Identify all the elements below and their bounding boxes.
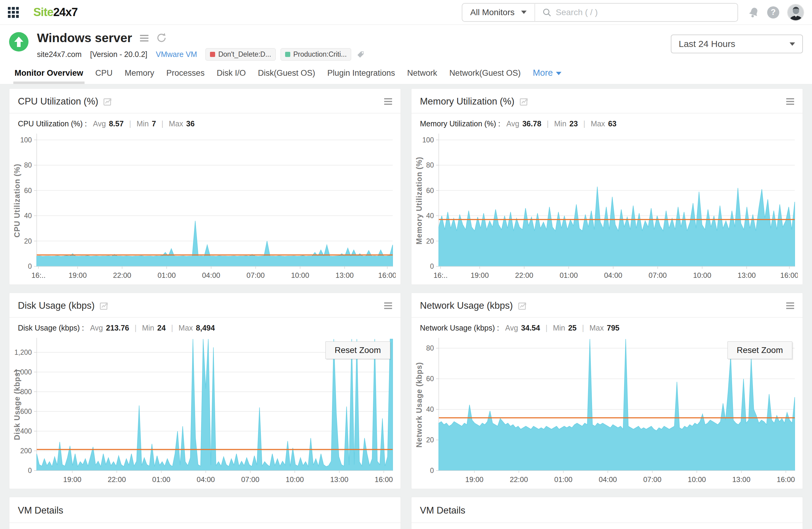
- tag-label: Don't_Delete:D...: [218, 50, 271, 58]
- svg-text:80: 80: [24, 161, 32, 169]
- monitor-menu-icon[interactable]: [140, 35, 148, 42]
- disk-min-value: 24: [157, 324, 166, 332]
- monitor-scope-label: All Monitors: [470, 8, 514, 17]
- memory-min-value: 23: [569, 119, 578, 128]
- network-usage-panel: Network Usage (kbps) Network Usage (kbps…: [411, 293, 803, 489]
- svg-text:200: 200: [20, 447, 32, 455]
- user-avatar[interactable]: [787, 4, 804, 21]
- tab-disk-guest-os[interactable]: Disk(Guest OS): [258, 69, 315, 84]
- dashboard-grid: CPU Utilization (%) CPU Utilization (%) …: [0, 84, 812, 529]
- apps-grid-icon[interactable]: [8, 7, 19, 18]
- tab-more[interactable]: More: [533, 68, 561, 84]
- svg-text:60: 60: [426, 375, 434, 383]
- svg-text:22:00: 22:00: [113, 271, 131, 279]
- vm-details-card: VM Details ESX/ESXi Host Name 172.21.112…: [411, 497, 803, 529]
- time-range-value: Last 24 Hours: [679, 39, 735, 49]
- svg-text:01:00: 01:00: [554, 475, 572, 484]
- svg-text:04:00: 04:00: [599, 475, 617, 484]
- cpu-utilization-panel: CPU Utilization (%) CPU Utilization (%) …: [9, 88, 401, 285]
- tab-monitor-overview[interactable]: Monitor Overview: [15, 69, 83, 84]
- agent-version-text: [Version - 20.0.2]: [90, 50, 147, 59]
- network-usage-chart[interactable]: 02040608019:0022:0001:0004:0007:0010:001…: [411, 334, 802, 489]
- svg-text:Network Usage (kbps): Network Usage (kbps): [415, 362, 423, 447]
- monitor-scope-select[interactable]: All Monitors: [462, 4, 535, 21]
- tag-chip[interactable]: Don't_Delete:D...: [205, 48, 275, 61]
- panel-title: Network Usage (kbps): [420, 300, 513, 311]
- expand-chart-icon[interactable]: [519, 97, 528, 106]
- vm-type-link[interactable]: VMware VM: [156, 50, 197, 59]
- memory-stats-row: Memory Utilization (%) : Avg36.78 Min23 …: [411, 113, 802, 129]
- svg-text:Disk Usage (kbps): Disk Usage (kbps): [13, 369, 21, 440]
- disk-usage-chart[interactable]: 02004006008001,0001,20019:0022:0001:0004…: [10, 334, 401, 489]
- svg-text:19:00: 19:00: [470, 271, 489, 279]
- disk-avg-value: 213.76: [106, 324, 129, 332]
- svg-text:10:00: 10:00: [286, 475, 304, 484]
- memory-utilization-chart[interactable]: 02040608010016:..19:0022:0001:0004:0007:…: [411, 129, 802, 284]
- expand-chart-icon[interactable]: [518, 301, 527, 310]
- svg-text:80: 80: [426, 344, 434, 352]
- panel-menu-icon[interactable]: [384, 98, 392, 105]
- svg-text:16:00: 16:00: [780, 271, 798, 279]
- cpu-max-value: 36: [186, 119, 195, 128]
- tab-plugin-integrations[interactable]: Plugin Integrations: [327, 69, 395, 84]
- tab-processes[interactable]: Processes: [166, 69, 204, 84]
- svg-text:10:00: 10:00: [688, 475, 706, 484]
- svg-text:07:00: 07:00: [241, 475, 259, 484]
- svg-text:19:00: 19:00: [69, 271, 87, 279]
- svg-text:22:00: 22:00: [107, 475, 126, 484]
- cpu-utilization-chart[interactable]: 02040608010016:..19:0022:0001:0004:0007:…: [10, 129, 401, 284]
- chevron-down-icon: [556, 72, 562, 75]
- refresh-icon[interactable]: [156, 32, 166, 44]
- svg-text:16:00: 16:00: [378, 271, 396, 279]
- expand-chart-icon[interactable]: [99, 301, 108, 310]
- tag-label: Production:Criti...: [293, 50, 347, 58]
- svg-text:40: 40: [426, 406, 434, 413]
- svg-text:16:..: 16:..: [31, 271, 46, 279]
- memory-avg-value: 36.78: [522, 119, 541, 128]
- chevron-down-icon: [789, 42, 795, 46]
- svg-text:10:00: 10:00: [693, 271, 711, 279]
- svg-text:07:00: 07:00: [247, 271, 265, 279]
- help-icon[interactable]: ?: [767, 6, 779, 18]
- host-name-text: site24x7.com: [37, 50, 82, 59]
- tag-color-swatch: [210, 52, 215, 57]
- panel-menu-icon[interactable]: [384, 303, 392, 309]
- vm-details-title: VM Details: [10, 497, 401, 523]
- svg-text:22:00: 22:00: [510, 475, 528, 484]
- panel-menu-icon[interactable]: [786, 303, 794, 309]
- reset-zoom-button[interactable]: Reset Zoom: [727, 341, 793, 359]
- reset-zoom-button[interactable]: Reset Zoom: [325, 341, 391, 359]
- search-input[interactable]: [556, 8, 730, 17]
- tags-icon[interactable]: [356, 50, 365, 59]
- time-range-select[interactable]: Last 24 Hours: [671, 34, 803, 53]
- svg-text:07:00: 07:00: [649, 271, 667, 279]
- panel-title: CPU Utilization (%): [18, 96, 98, 107]
- tag-color-swatch: [285, 52, 290, 57]
- svg-text:20: 20: [426, 436, 434, 444]
- disk-usage-panel: Disk Usage (kbps) Disk Usage (kbps) : Av…: [9, 293, 401, 489]
- cpu-stats-row: CPU Utilization (%) : Avg8.57 Min7 Max36: [10, 113, 401, 129]
- svg-text:20: 20: [24, 237, 32, 245]
- chevron-down-icon: [521, 11, 526, 14]
- tab-cpu[interactable]: CPU: [96, 69, 113, 84]
- svg-text:04:00: 04:00: [202, 271, 220, 279]
- expand-chart-icon[interactable]: [103, 97, 112, 106]
- tab-disk-io[interactable]: Disk I/O: [217, 69, 246, 84]
- monitor-header: Windows server site24x7.com [Version - 2…: [0, 25, 812, 61]
- tag-chip[interactable]: Production:Criti...: [280, 48, 351, 61]
- top-bar: Site24x7 All Monitors ?: [0, 0, 812, 25]
- tab-network[interactable]: Network: [407, 69, 437, 84]
- panel-menu-icon[interactable]: [786, 98, 794, 105]
- disk-stats-row: Disk Usage (kbps) : Avg213.76 Min24 Max8…: [10, 318, 401, 334]
- svg-text:100: 100: [422, 136, 434, 144]
- svg-text:19:00: 19:00: [63, 475, 82, 484]
- notifications-bell-icon[interactable]: [749, 7, 759, 18]
- svg-text:40: 40: [426, 212, 434, 220]
- svg-text:40: 40: [24, 212, 32, 220]
- svg-text:13:00: 13:00: [330, 475, 348, 484]
- tab-memory[interactable]: Memory: [125, 69, 155, 84]
- svg-text:10:00: 10:00: [291, 271, 309, 279]
- svg-text:Memory Utilization (%): Memory Utilization (%): [415, 157, 423, 245]
- monitor-tabs: Monitor Overview CPU Memory Processes Di…: [0, 61, 812, 84]
- tab-network-guest-os[interactable]: Network(Guest OS): [449, 69, 521, 84]
